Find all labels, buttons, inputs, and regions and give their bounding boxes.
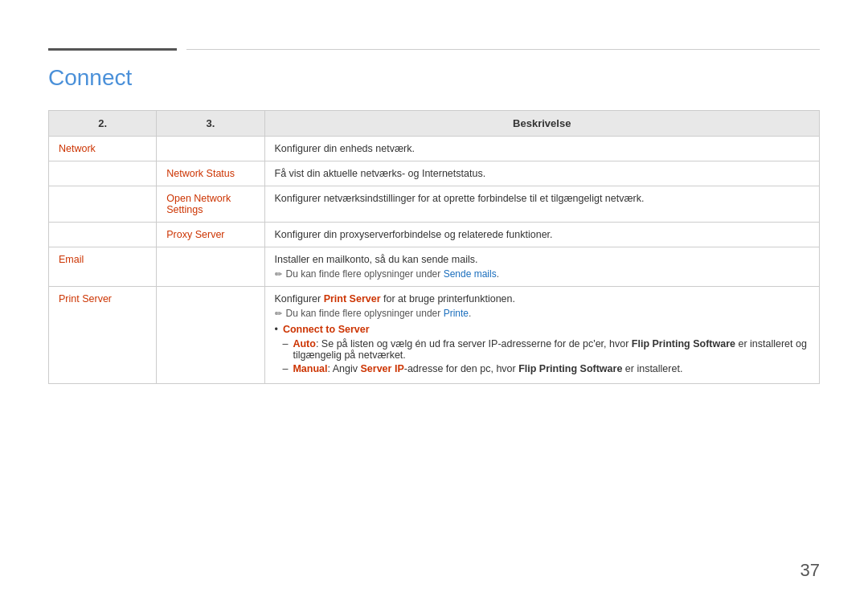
bullet-dot: •	[275, 324, 278, 335]
cell-empty	[157, 137, 264, 161]
flip-printing-software-manual: Flip Printing Software	[518, 363, 622, 374]
table-row: Email Installer en mailkonto, så du kan …	[49, 247, 820, 287]
table-row: Print Server Konfigurer Print Server for…	[49, 287, 820, 384]
cell-email: Email	[49, 247, 157, 287]
header-col2: 3.	[157, 111, 264, 137]
bullet-connect-to-server: • Connect to Server	[275, 324, 810, 335]
dash-icon: –	[283, 338, 289, 349]
cell-empty	[49, 223, 157, 247]
cell-print-server: Print Server	[49, 287, 157, 384]
table-row: Open Network Settings Konfigurer netværk…	[49, 186, 820, 223]
cell-proxy-desc: Konfigurer din proxyserverforbindelse og…	[264, 223, 820, 247]
proxy-server-link[interactable]: Proxy Server	[166, 229, 224, 240]
header-col3: Beskrivelse	[264, 111, 820, 137]
pencil-icon: ✏	[275, 269, 282, 280]
print-server-link[interactable]: Print Server	[59, 293, 112, 304]
main-table: 2. 3. Beskrivelse Network Konfigurer din…	[48, 110, 820, 384]
table-row: Proxy Server Konfigurer din proxyserverf…	[49, 223, 820, 247]
cell-empty	[49, 161, 157, 186]
email-main-text: Installer en mailkonto, så du kan sende …	[275, 254, 810, 265]
cell-print-server-desc: Konfigurer Print Server for at bruge pri…	[264, 287, 820, 384]
print-server-inline-link[interactable]: Print Server	[324, 293, 381, 304]
table-row: Network Status Få vist din aktuelle netv…	[49, 161, 820, 186]
sub-list: – Auto: Se på listen og vælg én ud fra s…	[283, 338, 810, 374]
print-server-main: Konfigurer Print Server for at bruge pri…	[275, 293, 810, 304]
sende-mails-link[interactable]: Sende mails	[444, 268, 497, 280]
auto-label: Auto	[293, 338, 315, 349]
bullet-section: • Connect to Server – Auto: Se på listen…	[275, 324, 810, 374]
cell-email-desc: Installer en mailkonto, så du kan sende …	[264, 247, 820, 287]
manual-item: – Manual: Angiv Server IP-adresse for de…	[283, 363, 810, 374]
header-col1: 2.	[49, 111, 157, 137]
network-link[interactable]: Network	[59, 143, 96, 154]
cell-open-network-desc: Konfigurer netværksindstillinger for at …	[264, 186, 820, 223]
print-note: ✏ Du kan finde flere oplysninger under P…	[275, 308, 810, 319]
top-rule	[48, 48, 820, 51]
cell-open-network: Open Network Settings	[157, 186, 264, 223]
cell-network-desc: Konfigurer din enheds netværk.	[264, 137, 820, 161]
cell-empty	[157, 287, 264, 384]
connect-to-server-label[interactable]: Connect to Server	[283, 324, 370, 335]
email-link[interactable]: Email	[59, 254, 84, 265]
cell-network-status: Network Status	[157, 161, 264, 186]
dash-icon-2: –	[283, 363, 289, 374]
cell-network-status-desc: Få vist din aktuelle netværks- og Intern…	[264, 161, 820, 186]
email-note: ✏ Du kan finde flere oplysninger under S…	[275, 268, 810, 280]
cell-network: Network	[49, 137, 157, 161]
page-container: Connect 2. 3. Beskrivelse Network Konfig…	[0, 0, 868, 613]
auto-text: Auto: Se på listen og vælg én ud fra ser…	[293, 338, 809, 361]
auto-item: – Auto: Se på listen og vælg én ud fra s…	[283, 338, 810, 361]
manual-text: Manual: Angiv Server IP-adresse for den …	[293, 363, 682, 374]
email-note-text: Du kan finde flere oplysninger under Sen…	[286, 268, 500, 280]
pencil-icon-2: ✏	[275, 309, 282, 319]
flip-printing-software-auto: Flip Printing Software	[632, 338, 735, 349]
server-ip-link[interactable]: Server IP	[361, 363, 404, 374]
table-header-row: 2. 3. Beskrivelse	[49, 111, 820, 137]
cell-empty	[157, 247, 264, 287]
page-title: Connect	[48, 65, 820, 91]
network-status-link[interactable]: Network Status	[166, 168, 235, 179]
cell-empty	[49, 186, 157, 223]
table-row: Network Konfigurer din enheds netværk.	[49, 137, 820, 161]
cell-proxy-server: Proxy Server	[157, 223, 264, 247]
page-number: 37	[800, 560, 820, 581]
print-note-text: Du kan finde flere oplysninger under Pri…	[286, 308, 472, 319]
open-network-settings-link[interactable]: Open Network Settings	[166, 193, 231, 215]
manual-label: Manual	[293, 363, 327, 374]
printe-link[interactable]: Printe	[444, 308, 469, 319]
rule-right	[186, 49, 820, 50]
rule-left	[48, 48, 177, 51]
